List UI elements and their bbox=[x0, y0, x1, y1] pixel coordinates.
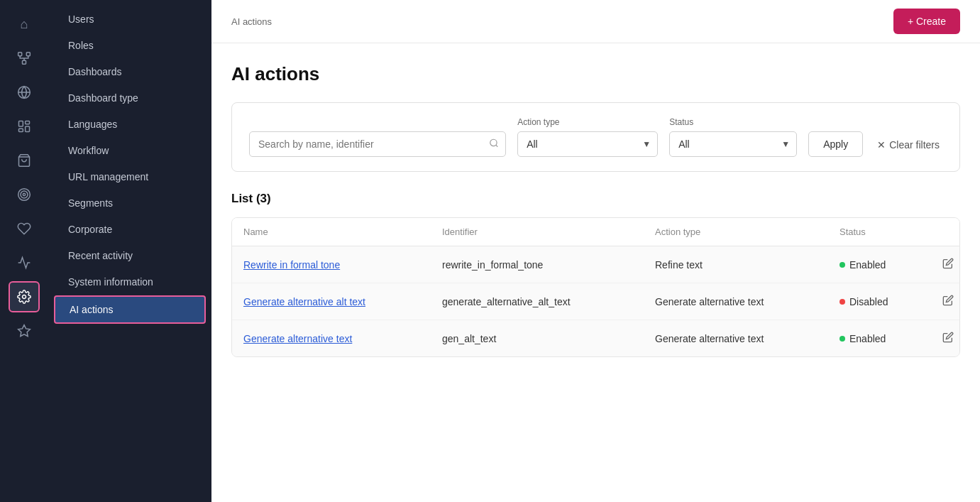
action-type-select[interactable]: All Refine text Generate alternative tex… bbox=[517, 131, 658, 157]
row3-status-text: Enabled bbox=[849, 333, 886, 344]
svg-point-9 bbox=[18, 189, 31, 201]
target-icon[interactable] bbox=[9, 179, 40, 210]
sidebar-item-ai-actions[interactable]: AI actions bbox=[54, 295, 206, 324]
svg-point-10 bbox=[21, 191, 28, 198]
badge-icon[interactable] bbox=[9, 213, 40, 244]
row1-name: Rewrite in formal tone bbox=[232, 246, 431, 283]
table-wrap: Name Identifier Action type Status Rewri… bbox=[231, 217, 960, 357]
row1-name-link[interactable]: Rewrite in formal tone bbox=[243, 259, 340, 271]
svg-rect-7 bbox=[19, 129, 23, 131]
row2-status-dot bbox=[839, 299, 845, 305]
row3-edit-icon[interactable] bbox=[942, 332, 954, 345]
sidebar-item-system-information[interactable]: System information bbox=[54, 269, 206, 295]
cart-icon[interactable] bbox=[9, 145, 40, 176]
sidebar-item-dashboards[interactable]: Dashboards bbox=[54, 59, 206, 84]
col-header-name: Name bbox=[232, 218, 431, 246]
row2-status-text: Disabled bbox=[849, 296, 888, 307]
row1-edit-icon[interactable] bbox=[942, 258, 954, 271]
sidebar-item-roles[interactable]: Roles bbox=[54, 33, 206, 58]
row1-status-dot bbox=[839, 262, 845, 268]
network-icon[interactable] bbox=[9, 43, 40, 74]
status-label: Status bbox=[669, 117, 797, 127]
row2-action-type: Generate alternative text bbox=[644, 283, 828, 320]
sidebar-item-corporate[interactable]: Corporate bbox=[54, 217, 206, 242]
clear-filters-label: Clear filters bbox=[889, 139, 940, 151]
row1-status: Enabled bbox=[828, 246, 931, 283]
list-section: List (3) Name Identifier Action type Sta… bbox=[231, 192, 960, 357]
status-select-wrap: All Enabled Disabled ▼ bbox=[669, 131, 797, 157]
svg-point-14 bbox=[490, 139, 497, 146]
row3-status-dot bbox=[839, 336, 845, 342]
svg-line-15 bbox=[496, 145, 498, 147]
dashboard-icon[interactable] bbox=[9, 111, 40, 142]
text-sidebar: Users Roles Dashboards Dashboard type La… bbox=[48, 0, 211, 502]
page-body: AI actions Action type All R bbox=[211, 43, 980, 502]
svg-rect-1 bbox=[26, 53, 30, 56]
sidebar-item-dashboard-type[interactable]: Dashboard type bbox=[54, 85, 206, 111]
sidebar-item-languages[interactable]: Languages bbox=[54, 111, 206, 137]
row1-action-type: Refine text bbox=[644, 246, 828, 283]
sidebar-item-recent-activity[interactable]: Recent activity bbox=[54, 243, 206, 268]
svg-point-11 bbox=[23, 193, 25, 195]
svg-rect-4 bbox=[19, 121, 23, 127]
action-type-select-wrap: All Refine text Generate alternative tex… bbox=[517, 131, 658, 157]
sidebar-item-users[interactable]: Users bbox=[54, 6, 206, 32]
svg-rect-5 bbox=[26, 121, 30, 124]
row2-edit-icon[interactable] bbox=[942, 295, 954, 308]
home-icon[interactable]: ⌂ bbox=[9, 9, 40, 40]
row3-identifier: gen_alt_text bbox=[431, 320, 644, 356]
table-row: Generate alternative alt text generate_a… bbox=[232, 283, 959, 320]
list-header: List (3) bbox=[231, 192, 960, 206]
sidebar-item-workflow[interactable]: Workflow bbox=[54, 138, 206, 163]
action-type-filter-group: Action type All Refine text Generate alt… bbox=[517, 117, 658, 157]
svg-rect-2 bbox=[23, 60, 26, 64]
row3-name: Generate alternative text bbox=[232, 320, 431, 356]
row2-edit-cell bbox=[931, 283, 959, 320]
row3-name-link[interactable]: Generate alternative text bbox=[243, 333, 352, 344]
status-filter-group: Status All Enabled Disabled ▼ bbox=[669, 117, 797, 157]
main-content: AI actions + Create AI actions Action ty… bbox=[211, 0, 980, 502]
search-wrap bbox=[249, 131, 506, 157]
create-button[interactable]: + Create bbox=[893, 9, 960, 34]
sidebar-item-segments[interactable]: Segments bbox=[54, 190, 206, 216]
row1-identifier: rewrite_in_formal_tone bbox=[431, 246, 644, 283]
row2-identifier: generate_alternative_alt_text bbox=[431, 283, 644, 320]
svg-point-12 bbox=[23, 295, 26, 299]
apply-button[interactable]: Apply bbox=[808, 131, 863, 157]
breadcrumb: AI actions bbox=[231, 16, 272, 27]
sidebar-item-url-management[interactable]: URL management bbox=[54, 164, 206, 190]
row3-status-badge: Enabled bbox=[839, 333, 886, 344]
table-row: Rewrite in formal tone rewrite_in_formal… bbox=[232, 246, 959, 283]
col-header-actions bbox=[931, 218, 959, 246]
row1-status-text: Enabled bbox=[849, 259, 886, 271]
top-bar: AI actions + Create bbox=[211, 0, 980, 43]
announcement-icon[interactable] bbox=[9, 247, 40, 278]
col-header-status: Status bbox=[828, 218, 931, 246]
col-header-action-type: Action type bbox=[644, 218, 828, 246]
clear-filters-button[interactable]: ✕ Clear filters bbox=[874, 133, 942, 157]
row3-action-type: Generate alternative text bbox=[644, 320, 828, 356]
status-select[interactable]: All Enabled Disabled bbox=[669, 131, 797, 157]
search-input[interactable] bbox=[249, 131, 506, 157]
row2-name: Generate alternative alt text bbox=[232, 283, 431, 320]
settings-icon[interactable] bbox=[9, 281, 40, 312]
row1-status-badge: Enabled bbox=[839, 259, 886, 271]
star-icon[interactable] bbox=[9, 315, 40, 347]
action-type-label: Action type bbox=[517, 117, 658, 127]
row3-status: Enabled bbox=[828, 320, 931, 356]
icon-sidebar: ⌂ bbox=[0, 0, 48, 502]
page-title: AI actions bbox=[231, 63, 960, 85]
search-icon bbox=[489, 138, 499, 151]
globe-icon[interactable] bbox=[9, 77, 40, 108]
col-header-identifier: Identifier bbox=[431, 218, 644, 246]
svg-rect-6 bbox=[26, 126, 30, 132]
svg-rect-0 bbox=[18, 53, 22, 56]
row2-status: Disabled bbox=[828, 283, 931, 320]
table-header-row: Name Identifier Action type Status bbox=[232, 218, 959, 246]
row3-edit-cell bbox=[931, 320, 959, 356]
row2-status-badge: Disabled bbox=[839, 296, 888, 307]
filter-section: Action type All Refine text Generate alt… bbox=[231, 102, 960, 172]
row1-edit-cell bbox=[931, 246, 959, 283]
row2-name-link[interactable]: Generate alternative alt text bbox=[243, 296, 365, 307]
filter-row: Action type All Refine text Generate alt… bbox=[249, 117, 942, 157]
